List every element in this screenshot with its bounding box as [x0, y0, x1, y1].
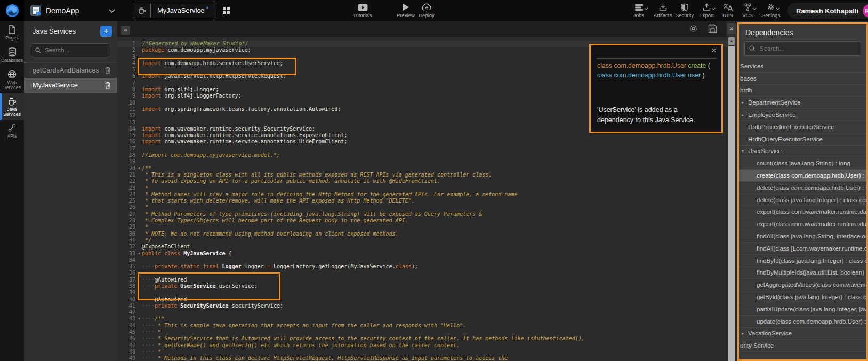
scroll-up-arrow[interactable]: ▲ — [728, 37, 735, 45]
sidebar-item-databases[interactable]: Databases — [0, 44, 24, 66]
export-button[interactable]: Export — [696, 2, 717, 18]
code-line[interactable]: 18//import com.demoapp.myjavaservice.mod… — [117, 152, 726, 158]
code-line[interactable]: 17 — [117, 146, 726, 152]
code-line[interactable]: 20▾/** — [117, 165, 726, 172]
dependency-node-row[interactable]: HrdbProcedureExecutorService — [739, 121, 866, 133]
code-line[interactable]: 44···· * This is sample java operation t… — [117, 323, 726, 329]
upload-tray-icon — [703, 2, 711, 11]
add-java-service-button[interactable]: + — [100, 26, 112, 37]
deploy-button[interactable]: Deploy — [415, 2, 438, 18]
code-line[interactable]: 46···· * SecurityService that is Autowir… — [117, 335, 726, 342]
chevron-collapsed-icon[interactable]: ▸ — [742, 331, 744, 336]
dependency-method-row[interactable]: delete(class com.demoapp.hrdb.User) : vo… — [739, 182, 866, 194]
code-line[interactable]: 30 * NOTE: We do not recommend using met… — [117, 231, 726, 237]
dependencies-search[interactable] — [744, 41, 861, 56]
code-line[interactable]: 15import com.wavemaker.runtime.service.a… — [117, 132, 726, 139]
vcs-button[interactable]: VCS — [738, 2, 757, 18]
editor-settings-gear-icon[interactable] — [689, 24, 698, 33]
collapse-left-panel-button[interactable]: « — [121, 26, 130, 35]
code-line[interactable]: 49···· * Methods in this class can decla… — [117, 355, 726, 361]
code-line[interactable]: 22 * To avoid exposing an API for a part… — [117, 178, 726, 184]
code-line[interactable]: 41····private SecurityService securitySe… — [117, 303, 726, 309]
dependency-node-row[interactable]: Services — [739, 60, 866, 73]
jobs-button[interactable]: Jobs — [628, 2, 649, 18]
dependency-node-row[interactable]: bases — [739, 73, 866, 85]
code-line[interactable]: 37····@Autowired — [117, 277, 726, 283]
dependency-node-row[interactable]: hrdb — [739, 85, 866, 97]
code-line[interactable]: 48···· * — [117, 349, 726, 355]
dependency-method-row[interactable]: export(class com.wavemaker.runtime.data — [739, 218, 866, 230]
dependency-node-row[interactable]: HrdbQueryExecutorService — [739, 133, 866, 146]
settings-button[interactable]: Settings — [759, 2, 783, 18]
code-line[interactable]: 24 * Method names will play a major role… — [117, 191, 726, 198]
dependencies-scrollbar-thumb[interactable] — [728, 46, 735, 361]
dependency-method-row[interactable]: delete(class java.lang.Integer) : class … — [739, 194, 866, 206]
dependency-method-row[interactable]: getAggregatedValues(class com.wavemak — [739, 279, 866, 291]
code-line[interactable]: 31 */ — [117, 237, 726, 244]
code-line[interactable]: 19 — [117, 158, 726, 165]
code-line[interactable]: 39 — [117, 290, 726, 296]
dependency-node-row[interactable]: ▸VacationService — [739, 328, 866, 340]
code-line[interactable]: 47···· * getUserName() and getUserId() e… — [117, 342, 726, 349]
dependency-method-row[interactable]: findByMultipleIds(java.util.List, boolea… — [739, 267, 866, 279]
chevron-collapsed-icon[interactable]: ▸ — [742, 113, 744, 117]
collapse-right-panel-button[interactable]: » — [727, 23, 736, 34]
tab-myjavaservice[interactable]: MyJavaService * — [133, 3, 216, 18]
code-line[interactable]: 28 * Complex Types/Objects will become p… — [117, 218, 726, 224]
chevron-expanded-icon[interactable]: ▾ — [742, 149, 744, 154]
code-line[interactable]: 33▾public class MyJavaService { — [117, 251, 726, 257]
dependency-method-row[interactable]: getById(class java.lang.Integer) : class… — [739, 291, 866, 303]
dependency-node-row[interactable]: ▾UserService — [739, 146, 866, 158]
code-line[interactable]: 21 * This is a singleton class with all … — [117, 172, 726, 178]
code-line[interactable]: 34 — [117, 257, 726, 263]
code-line[interactable]: 26 * — [117, 204, 726, 211]
code-line[interactable]: 36 — [117, 270, 726, 276]
code-line[interactable]: 38····private UserService userService; — [117, 283, 726, 290]
artifacts-button[interactable]: Artifacts — [652, 2, 674, 18]
search-input[interactable] — [44, 46, 106, 54]
i18n-button[interactable]: I18N — [718, 2, 737, 18]
search-input[interactable] — [759, 45, 856, 52]
user-menu[interactable]: Ramesh Kothapalli RK — [787, 3, 868, 19]
dependency-node-row[interactable]: ▸EmployeeService — [739, 109, 866, 121]
chevron-collapsed-icon[interactable]: ▸ — [742, 100, 744, 105]
code-line[interactable]: 32@ExposeToClient — [117, 244, 726, 250]
tutorials-button[interactable]: Tutorials — [346, 2, 379, 18]
dependency-method-row[interactable]: findAll(class [Lcom.wavemaker.runtime.da — [739, 243, 866, 255]
dependency-method-row[interactable]: partialUpdate(class java.lang.Integer, j… — [739, 303, 866, 316]
trash-icon[interactable] — [105, 82, 111, 89]
code-line[interactable]: 23 * — [117, 185, 726, 191]
dependency-method-row[interactable]: export(class com.wavemaker.runtime.data — [739, 206, 866, 219]
code-line[interactable]: 27 * Method Parameters of type primitive… — [117, 211, 726, 218]
dependency-method-row[interactable]: count(class java.lang.String) : long — [739, 157, 866, 170]
save-icon[interactable] — [708, 24, 717, 33]
java-services-search[interactable] — [31, 43, 110, 57]
list-item-myjavaservice[interactable]: MyJavaService — [24, 78, 117, 93]
dependency-method-row[interactable]: update(class com.demoapp.hrdb.User) : cl — [739, 316, 866, 328]
dependency-method-row[interactable]: findAll(class java.lang.String, interfac… — [739, 230, 866, 243]
sidebar-item-java-services[interactable]: Java Services — [0, 93, 24, 120]
code-line[interactable]: 43▾····/** — [117, 316, 726, 322]
code-line[interactable]: 29 * — [117, 224, 726, 230]
code-line[interactable]: 45···· * — [117, 329, 726, 335]
dependency-node-row[interactable]: ▸DepartmentService — [739, 97, 866, 109]
file-switcher-grid-icon[interactable] — [221, 5, 231, 16]
code-line[interactable]: 42 — [117, 309, 726, 316]
sidebar-item-pages[interactable]: Pages — [0, 21, 24, 44]
dependency-method-row[interactable]: create(class com.demoapp.hrdb.User) : cl… — [739, 170, 866, 182]
list-item-getcardsandbalances[interactable]: getCardsAndBalances — [24, 63, 117, 78]
close-icon[interactable]: × — [711, 45, 717, 56]
dependency-method-row[interactable]: findById(class java.lang.Integer) : clas… — [739, 255, 866, 267]
method-signature-line2: class com.demoapp.hrdb.User user ) — [597, 71, 718, 79]
code-line[interactable]: 40····@Autowired — [117, 296, 726, 303]
code-line[interactable]: 16import com.wavemaker.runtime.service.a… — [117, 139, 726, 145]
sidebar-item-apis[interactable]: APIs — [0, 120, 24, 142]
project-selector[interactable]: DemoApp — [30, 0, 115, 21]
dependency-node-row[interactable]: urity Service — [739, 340, 866, 352]
wavemaker-logo[interactable] — [0, 0, 24, 21]
code-line[interactable]: 25 * that starts with delete/remove, wil… — [117, 198, 726, 204]
security-button[interactable]: Security — [673, 2, 696, 18]
code-line[interactable]: 35····private static final Logger logger… — [117, 263, 726, 270]
trash-icon[interactable] — [105, 67, 111, 74]
sidebar-item-web-services[interactable]: Web Services — [0, 66, 24, 93]
